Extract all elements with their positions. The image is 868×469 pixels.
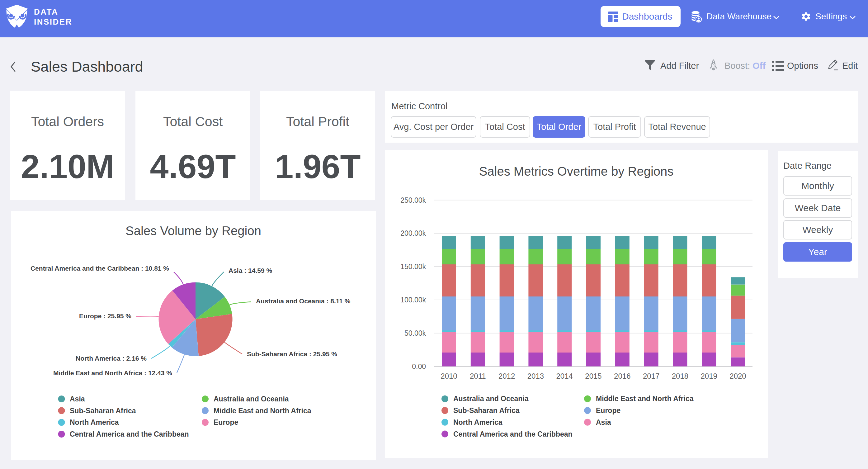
svg-text:Europe: Europe: [596, 406, 620, 414]
svg-text:Sales Volume by Region: Sales Volume by Region: [125, 224, 261, 238]
svg-text:200.00k: 200.00k: [400, 229, 426, 237]
svg-text:Europe : 25.95 %: Europe : 25.95 %: [79, 312, 131, 320]
svg-text:Asia: Asia: [70, 395, 85, 403]
svg-text:Middle East and North Africa: Middle East and North Africa: [596, 394, 694, 403]
svg-text:Middle East and North Africa: Middle East and North Africa: [214, 407, 311, 415]
svg-text:250.00k: 250.00k: [400, 196, 426, 204]
svg-text:Australia and Oceania : 8.11 %: Australia and Oceania : 8.11 %: [256, 297, 350, 304]
svg-text:North America: North America: [453, 418, 502, 426]
svg-text:Central America and the Caribb: Central America and the Caribbean: [453, 430, 572, 438]
svg-text:2014: 2014: [556, 372, 573, 380]
svg-text:Sub-Saharan Africa: Sub-Saharan Africa: [453, 406, 520, 414]
svg-text:Australia and Oceania: Australia and Oceania: [453, 394, 529, 403]
svg-text:100.00k: 100.00k: [400, 296, 426, 304]
svg-text:50.00k: 50.00k: [404, 329, 426, 337]
svg-text:Asia : 14.59 %: Asia : 14.59 %: [228, 267, 272, 274]
svg-text:0.00: 0.00: [412, 362, 426, 371]
svg-text:2015: 2015: [585, 372, 601, 380]
svg-text:2010: 2010: [440, 372, 457, 380]
svg-text:Middle East and North Africa :: Middle East and North Africa : 12.43 %: [53, 369, 172, 377]
svg-text:Australia and Oceania: Australia and Oceania: [214, 395, 289, 403]
svg-text:Sub-Saharan Africa: Sub-Saharan Africa: [70, 407, 136, 415]
svg-text:Central America and the Caribb: Central America and the Caribbean: [70, 430, 189, 438]
svg-text:2018: 2018: [672, 372, 688, 380]
svg-text:2017: 2017: [643, 372, 659, 380]
svg-text:Sales Metrics Overtime by Regi: Sales Metrics Overtime by Regions: [479, 165, 674, 178]
svg-text:2012: 2012: [498, 372, 515, 380]
svg-text:2011: 2011: [470, 372, 486, 380]
svg-text:2016: 2016: [614, 372, 630, 380]
svg-text:Central America and the Caribb: Central America and the Caribbean : 10.8…: [31, 265, 169, 272]
svg-text:Asia: Asia: [596, 418, 611, 426]
svg-text:2019: 2019: [701, 372, 717, 380]
svg-text:2020: 2020: [730, 372, 746, 380]
svg-text:150.00k: 150.00k: [400, 263, 426, 271]
svg-text:2013: 2013: [527, 372, 544, 380]
svg-text:Sub-Saharan Africa : 25.95 %: Sub-Saharan Africa : 25.95 %: [247, 350, 337, 357]
svg-text:North America : 2.16 %: North America : 2.16 %: [76, 355, 147, 362]
svg-text:North America: North America: [70, 418, 119, 426]
svg-text:Europe: Europe: [214, 418, 238, 426]
